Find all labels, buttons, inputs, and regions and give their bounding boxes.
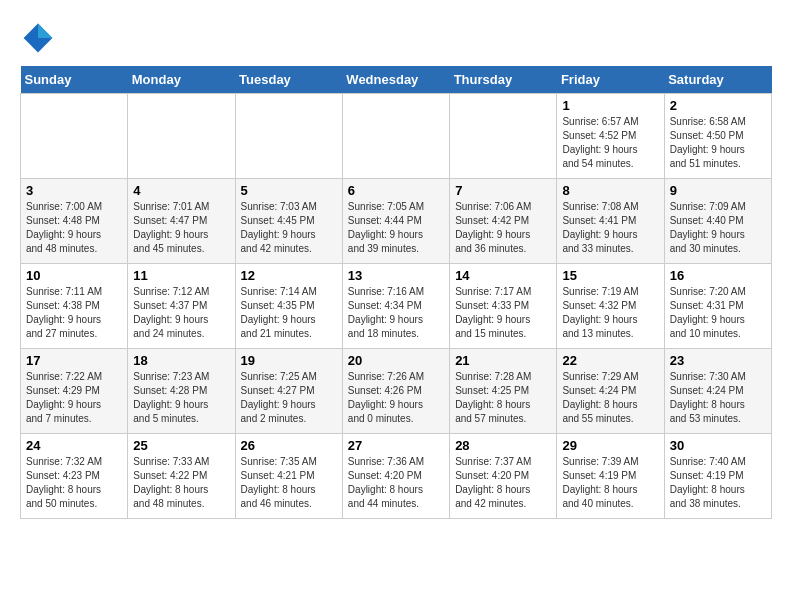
day-info: Sunrise: 7:03 AM Sunset: 4:45 PM Dayligh… <box>241 200 337 256</box>
weekday-header-friday: Friday <box>557 66 664 94</box>
day-number: 4 <box>133 183 229 198</box>
weekday-header-sunday: Sunday <box>21 66 128 94</box>
day-info: Sunrise: 6:57 AM Sunset: 4:52 PM Dayligh… <box>562 115 658 171</box>
weekday-header-saturday: Saturday <box>664 66 771 94</box>
calendar-cell: 14Sunrise: 7:17 AM Sunset: 4:33 PM Dayli… <box>450 264 557 349</box>
day-info: Sunrise: 7:19 AM Sunset: 4:32 PM Dayligh… <box>562 285 658 341</box>
calendar-cell <box>128 94 235 179</box>
calendar-cell: 15Sunrise: 7:19 AM Sunset: 4:32 PM Dayli… <box>557 264 664 349</box>
day-info: Sunrise: 7:16 AM Sunset: 4:34 PM Dayligh… <box>348 285 444 341</box>
calendar-cell <box>235 94 342 179</box>
day-info: Sunrise: 7:00 AM Sunset: 4:48 PM Dayligh… <box>26 200 122 256</box>
day-info: Sunrise: 7:30 AM Sunset: 4:24 PM Dayligh… <box>670 370 766 426</box>
day-number: 19 <box>241 353 337 368</box>
logo <box>20 20 62 56</box>
day-info: Sunrise: 7:09 AM Sunset: 4:40 PM Dayligh… <box>670 200 766 256</box>
day-number: 22 <box>562 353 658 368</box>
day-info: Sunrise: 7:11 AM Sunset: 4:38 PM Dayligh… <box>26 285 122 341</box>
day-number: 6 <box>348 183 444 198</box>
day-info: Sunrise: 7:14 AM Sunset: 4:35 PM Dayligh… <box>241 285 337 341</box>
calendar-cell: 17Sunrise: 7:22 AM Sunset: 4:29 PM Dayli… <box>21 349 128 434</box>
calendar-cell: 25Sunrise: 7:33 AM Sunset: 4:22 PM Dayli… <box>128 434 235 519</box>
calendar-cell <box>342 94 449 179</box>
day-info: Sunrise: 7:33 AM Sunset: 4:22 PM Dayligh… <box>133 455 229 511</box>
day-number: 26 <box>241 438 337 453</box>
day-info: Sunrise: 7:01 AM Sunset: 4:47 PM Dayligh… <box>133 200 229 256</box>
day-number: 18 <box>133 353 229 368</box>
weekday-header-wednesday: Wednesday <box>342 66 449 94</box>
day-info: Sunrise: 7:20 AM Sunset: 4:31 PM Dayligh… <box>670 285 766 341</box>
day-number: 20 <box>348 353 444 368</box>
calendar-cell: 7Sunrise: 7:06 AM Sunset: 4:42 PM Daylig… <box>450 179 557 264</box>
day-number: 30 <box>670 438 766 453</box>
calendar-cell: 19Sunrise: 7:25 AM Sunset: 4:27 PM Dayli… <box>235 349 342 434</box>
day-number: 8 <box>562 183 658 198</box>
day-info: Sunrise: 7:32 AM Sunset: 4:23 PM Dayligh… <box>26 455 122 511</box>
day-number: 23 <box>670 353 766 368</box>
day-number: 24 <box>26 438 122 453</box>
day-info: Sunrise: 7:06 AM Sunset: 4:42 PM Dayligh… <box>455 200 551 256</box>
calendar-cell: 6Sunrise: 7:05 AM Sunset: 4:44 PM Daylig… <box>342 179 449 264</box>
calendar-cell: 18Sunrise: 7:23 AM Sunset: 4:28 PM Dayli… <box>128 349 235 434</box>
calendar-cell <box>21 94 128 179</box>
calendar-cell: 26Sunrise: 7:35 AM Sunset: 4:21 PM Dayli… <box>235 434 342 519</box>
day-number: 29 <box>562 438 658 453</box>
weekday-header-tuesday: Tuesday <box>235 66 342 94</box>
calendar-cell: 23Sunrise: 7:30 AM Sunset: 4:24 PM Dayli… <box>664 349 771 434</box>
day-number: 13 <box>348 268 444 283</box>
day-info: Sunrise: 7:25 AM Sunset: 4:27 PM Dayligh… <box>241 370 337 426</box>
weekday-header-monday: Monday <box>128 66 235 94</box>
calendar-cell <box>450 94 557 179</box>
calendar-cell: 30Sunrise: 7:40 AM Sunset: 4:19 PM Dayli… <box>664 434 771 519</box>
calendar-cell: 4Sunrise: 7:01 AM Sunset: 4:47 PM Daylig… <box>128 179 235 264</box>
calendar-cell: 24Sunrise: 7:32 AM Sunset: 4:23 PM Dayli… <box>21 434 128 519</box>
calendar-cell: 10Sunrise: 7:11 AM Sunset: 4:38 PM Dayli… <box>21 264 128 349</box>
day-info: Sunrise: 7:05 AM Sunset: 4:44 PM Dayligh… <box>348 200 444 256</box>
day-info: Sunrise: 7:22 AM Sunset: 4:29 PM Dayligh… <box>26 370 122 426</box>
calendar-cell: 22Sunrise: 7:29 AM Sunset: 4:24 PM Dayli… <box>557 349 664 434</box>
day-number: 15 <box>562 268 658 283</box>
day-number: 28 <box>455 438 551 453</box>
day-info: Sunrise: 7:26 AM Sunset: 4:26 PM Dayligh… <box>348 370 444 426</box>
day-info: Sunrise: 7:40 AM Sunset: 4:19 PM Dayligh… <box>670 455 766 511</box>
day-info: Sunrise: 6:58 AM Sunset: 4:50 PM Dayligh… <box>670 115 766 171</box>
day-number: 7 <box>455 183 551 198</box>
day-info: Sunrise: 7:08 AM Sunset: 4:41 PM Dayligh… <box>562 200 658 256</box>
day-info: Sunrise: 7:28 AM Sunset: 4:25 PM Dayligh… <box>455 370 551 426</box>
day-number: 2 <box>670 98 766 113</box>
day-info: Sunrise: 7:17 AM Sunset: 4:33 PM Dayligh… <box>455 285 551 341</box>
calendar-cell: 21Sunrise: 7:28 AM Sunset: 4:25 PM Dayli… <box>450 349 557 434</box>
day-number: 5 <box>241 183 337 198</box>
day-number: 12 <box>241 268 337 283</box>
day-info: Sunrise: 7:23 AM Sunset: 4:28 PM Dayligh… <box>133 370 229 426</box>
calendar-cell: 11Sunrise: 7:12 AM Sunset: 4:37 PM Dayli… <box>128 264 235 349</box>
calendar-cell: 20Sunrise: 7:26 AM Sunset: 4:26 PM Dayli… <box>342 349 449 434</box>
calendar-cell: 2Sunrise: 6:58 AM Sunset: 4:50 PM Daylig… <box>664 94 771 179</box>
day-number: 10 <box>26 268 122 283</box>
calendar-cell: 29Sunrise: 7:39 AM Sunset: 4:19 PM Dayli… <box>557 434 664 519</box>
day-number: 1 <box>562 98 658 113</box>
day-number: 25 <box>133 438 229 453</box>
day-info: Sunrise: 7:12 AM Sunset: 4:37 PM Dayligh… <box>133 285 229 341</box>
calendar-cell: 28Sunrise: 7:37 AM Sunset: 4:20 PM Dayli… <box>450 434 557 519</box>
calendar-cell: 13Sunrise: 7:16 AM Sunset: 4:34 PM Dayli… <box>342 264 449 349</box>
day-info: Sunrise: 7:39 AM Sunset: 4:19 PM Dayligh… <box>562 455 658 511</box>
day-number: 3 <box>26 183 122 198</box>
day-info: Sunrise: 7:35 AM Sunset: 4:21 PM Dayligh… <box>241 455 337 511</box>
day-info: Sunrise: 7:36 AM Sunset: 4:20 PM Dayligh… <box>348 455 444 511</box>
calendar-cell: 9Sunrise: 7:09 AM Sunset: 4:40 PM Daylig… <box>664 179 771 264</box>
calendar-table: SundayMondayTuesdayWednesdayThursdayFrid… <box>20 66 772 519</box>
day-number: 21 <box>455 353 551 368</box>
day-number: 27 <box>348 438 444 453</box>
calendar-cell: 5Sunrise: 7:03 AM Sunset: 4:45 PM Daylig… <box>235 179 342 264</box>
calendar-cell: 8Sunrise: 7:08 AM Sunset: 4:41 PM Daylig… <box>557 179 664 264</box>
calendar-cell: 3Sunrise: 7:00 AM Sunset: 4:48 PM Daylig… <box>21 179 128 264</box>
day-info: Sunrise: 7:29 AM Sunset: 4:24 PM Dayligh… <box>562 370 658 426</box>
logo-icon <box>20 20 56 56</box>
day-number: 9 <box>670 183 766 198</box>
svg-marker-1 <box>38 24 52 38</box>
day-number: 17 <box>26 353 122 368</box>
day-number: 11 <box>133 268 229 283</box>
calendar-cell: 1Sunrise: 6:57 AM Sunset: 4:52 PM Daylig… <box>557 94 664 179</box>
page-header <box>20 20 772 56</box>
